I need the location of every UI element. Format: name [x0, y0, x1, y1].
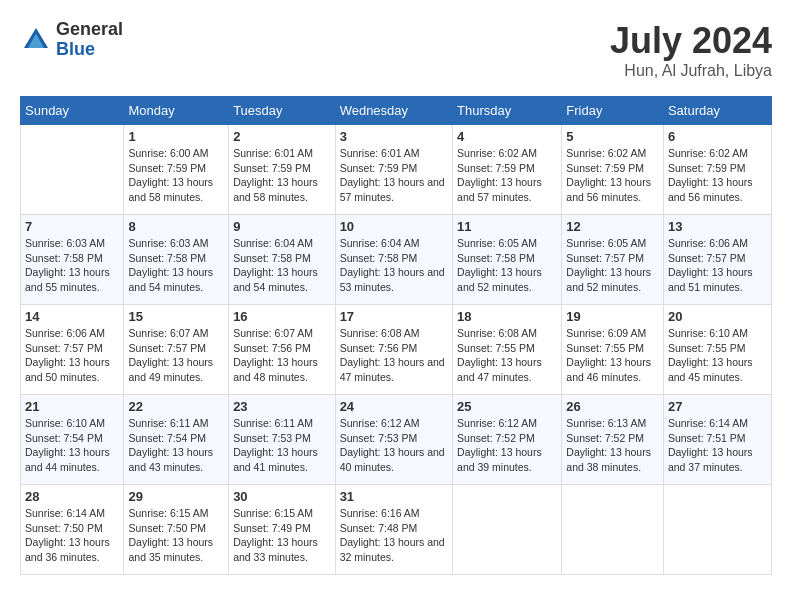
calendar-cell: 15Sunrise: 6:07 AMSunset: 7:57 PMDayligh… [124, 305, 229, 395]
day-info: Sunrise: 6:10 AMSunset: 7:55 PMDaylight:… [668, 326, 767, 385]
day-number: 4 [457, 129, 557, 144]
location-subtitle: Hun, Al Jufrah, Libya [610, 62, 772, 80]
day-info: Sunrise: 6:04 AMSunset: 7:58 PMDaylight:… [340, 236, 448, 295]
calendar-cell: 20Sunrise: 6:10 AMSunset: 7:55 PMDayligh… [663, 305, 771, 395]
calendar-cell: 16Sunrise: 6:07 AMSunset: 7:56 PMDayligh… [229, 305, 336, 395]
day-info: Sunrise: 6:06 AMSunset: 7:57 PMDaylight:… [25, 326, 119, 385]
col-saturday: Saturday [663, 97, 771, 125]
calendar-week-row: 21Sunrise: 6:10 AMSunset: 7:54 PMDayligh… [21, 395, 772, 485]
calendar-cell: 8Sunrise: 6:03 AMSunset: 7:58 PMDaylight… [124, 215, 229, 305]
calendar-cell: 6Sunrise: 6:02 AMSunset: 7:59 PMDaylight… [663, 125, 771, 215]
logo-general-text: General [56, 20, 123, 40]
logo: General Blue [20, 20, 123, 60]
calendar-cell: 29Sunrise: 6:15 AMSunset: 7:50 PMDayligh… [124, 485, 229, 575]
day-info: Sunrise: 6:15 AMSunset: 7:50 PMDaylight:… [128, 506, 224, 565]
day-number: 18 [457, 309, 557, 324]
col-sunday: Sunday [21, 97, 124, 125]
calendar-cell: 7Sunrise: 6:03 AMSunset: 7:58 PMDaylight… [21, 215, 124, 305]
day-number: 13 [668, 219, 767, 234]
day-number: 19 [566, 309, 659, 324]
day-number: 6 [668, 129, 767, 144]
day-info: Sunrise: 6:08 AMSunset: 7:56 PMDaylight:… [340, 326, 448, 385]
day-number: 14 [25, 309, 119, 324]
day-number: 15 [128, 309, 224, 324]
calendar-cell: 11Sunrise: 6:05 AMSunset: 7:58 PMDayligh… [453, 215, 562, 305]
calendar-cell: 14Sunrise: 6:06 AMSunset: 7:57 PMDayligh… [21, 305, 124, 395]
day-number: 20 [668, 309, 767, 324]
calendar-cell: 26Sunrise: 6:13 AMSunset: 7:52 PMDayligh… [562, 395, 664, 485]
day-info: Sunrise: 6:15 AMSunset: 7:49 PMDaylight:… [233, 506, 331, 565]
calendar-table: Sunday Monday Tuesday Wednesday Thursday… [20, 96, 772, 575]
page-header: General Blue July 2024 Hun, Al Jufrah, L… [20, 20, 772, 80]
day-number: 1 [128, 129, 224, 144]
day-number: 22 [128, 399, 224, 414]
day-number: 11 [457, 219, 557, 234]
col-tuesday: Tuesday [229, 97, 336, 125]
day-info: Sunrise: 6:11 AMSunset: 7:53 PMDaylight:… [233, 416, 331, 475]
day-number: 2 [233, 129, 331, 144]
day-number: 26 [566, 399, 659, 414]
day-number: 31 [340, 489, 448, 504]
day-number: 30 [233, 489, 331, 504]
day-info: Sunrise: 6:16 AMSunset: 7:48 PMDaylight:… [340, 506, 448, 565]
calendar-cell: 10Sunrise: 6:04 AMSunset: 7:58 PMDayligh… [335, 215, 452, 305]
day-info: Sunrise: 6:02 AMSunset: 7:59 PMDaylight:… [566, 146, 659, 205]
day-info: Sunrise: 6:01 AMSunset: 7:59 PMDaylight:… [340, 146, 448, 205]
day-info: Sunrise: 6:13 AMSunset: 7:52 PMDaylight:… [566, 416, 659, 475]
day-info: Sunrise: 6:08 AMSunset: 7:55 PMDaylight:… [457, 326, 557, 385]
calendar-cell: 22Sunrise: 6:11 AMSunset: 7:54 PMDayligh… [124, 395, 229, 485]
col-wednesday: Wednesday [335, 97, 452, 125]
day-info: Sunrise: 6:12 AMSunset: 7:53 PMDaylight:… [340, 416, 448, 475]
day-number: 3 [340, 129, 448, 144]
day-number: 10 [340, 219, 448, 234]
day-info: Sunrise: 6:14 AMSunset: 7:51 PMDaylight:… [668, 416, 767, 475]
day-number: 27 [668, 399, 767, 414]
day-number: 28 [25, 489, 119, 504]
calendar-cell: 18Sunrise: 6:08 AMSunset: 7:55 PMDayligh… [453, 305, 562, 395]
logo-text: General Blue [56, 20, 123, 60]
calendar-week-row: 14Sunrise: 6:06 AMSunset: 7:57 PMDayligh… [21, 305, 772, 395]
day-info: Sunrise: 6:02 AMSunset: 7:59 PMDaylight:… [668, 146, 767, 205]
calendar-cell: 9Sunrise: 6:04 AMSunset: 7:58 PMDaylight… [229, 215, 336, 305]
calendar-cell: 31Sunrise: 6:16 AMSunset: 7:48 PMDayligh… [335, 485, 452, 575]
calendar-cell [453, 485, 562, 575]
day-info: Sunrise: 6:00 AMSunset: 7:59 PMDaylight:… [128, 146, 224, 205]
day-info: Sunrise: 6:03 AMSunset: 7:58 PMDaylight:… [128, 236, 224, 295]
calendar-body: 1Sunrise: 6:00 AMSunset: 7:59 PMDaylight… [21, 125, 772, 575]
day-number: 5 [566, 129, 659, 144]
day-number: 21 [25, 399, 119, 414]
day-info: Sunrise: 6:11 AMSunset: 7:54 PMDaylight:… [128, 416, 224, 475]
day-info: Sunrise: 6:07 AMSunset: 7:56 PMDaylight:… [233, 326, 331, 385]
title-area: July 2024 Hun, Al Jufrah, Libya [610, 20, 772, 80]
month-year-title: July 2024 [610, 20, 772, 62]
calendar-cell: 28Sunrise: 6:14 AMSunset: 7:50 PMDayligh… [21, 485, 124, 575]
col-monday: Monday [124, 97, 229, 125]
calendar-cell: 1Sunrise: 6:00 AMSunset: 7:59 PMDaylight… [124, 125, 229, 215]
calendar-cell: 4Sunrise: 6:02 AMSunset: 7:59 PMDaylight… [453, 125, 562, 215]
day-number: 29 [128, 489, 224, 504]
calendar-week-row: 7Sunrise: 6:03 AMSunset: 7:58 PMDaylight… [21, 215, 772, 305]
calendar-cell: 17Sunrise: 6:08 AMSunset: 7:56 PMDayligh… [335, 305, 452, 395]
calendar-cell: 3Sunrise: 6:01 AMSunset: 7:59 PMDaylight… [335, 125, 452, 215]
col-friday: Friday [562, 97, 664, 125]
day-info: Sunrise: 6:12 AMSunset: 7:52 PMDaylight:… [457, 416, 557, 475]
calendar-cell: 2Sunrise: 6:01 AMSunset: 7:59 PMDaylight… [229, 125, 336, 215]
day-info: Sunrise: 6:03 AMSunset: 7:58 PMDaylight:… [25, 236, 119, 295]
day-info: Sunrise: 6:09 AMSunset: 7:55 PMDaylight:… [566, 326, 659, 385]
calendar-cell: 19Sunrise: 6:09 AMSunset: 7:55 PMDayligh… [562, 305, 664, 395]
logo-blue-text: Blue [56, 40, 123, 60]
col-thursday: Thursday [453, 97, 562, 125]
day-info: Sunrise: 6:06 AMSunset: 7:57 PMDaylight:… [668, 236, 767, 295]
calendar-cell [663, 485, 771, 575]
calendar-cell: 13Sunrise: 6:06 AMSunset: 7:57 PMDayligh… [663, 215, 771, 305]
day-info: Sunrise: 6:07 AMSunset: 7:57 PMDaylight:… [128, 326, 224, 385]
day-info: Sunrise: 6:05 AMSunset: 7:57 PMDaylight:… [566, 236, 659, 295]
calendar-cell: 23Sunrise: 6:11 AMSunset: 7:53 PMDayligh… [229, 395, 336, 485]
calendar-cell: 30Sunrise: 6:15 AMSunset: 7:49 PMDayligh… [229, 485, 336, 575]
calendar-cell [21, 125, 124, 215]
day-number: 9 [233, 219, 331, 234]
calendar-week-row: 1Sunrise: 6:00 AMSunset: 7:59 PMDaylight… [21, 125, 772, 215]
calendar-cell: 25Sunrise: 6:12 AMSunset: 7:52 PMDayligh… [453, 395, 562, 485]
day-number: 7 [25, 219, 119, 234]
day-info: Sunrise: 6:05 AMSunset: 7:58 PMDaylight:… [457, 236, 557, 295]
